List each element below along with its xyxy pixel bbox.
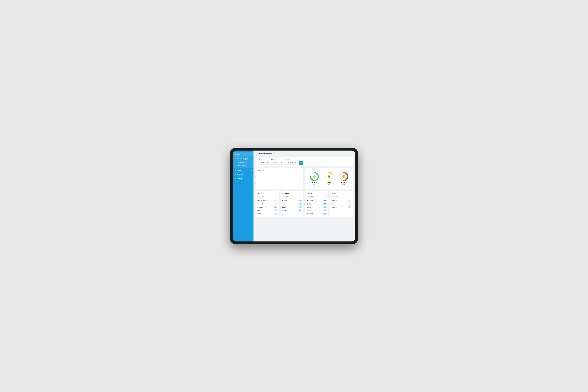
insights-icon: ✦ (235, 154, 236, 155)
chevron-down-icon: ∨ (251, 154, 252, 155)
list-item-badge: 8.5 (323, 213, 326, 214)
sidebar-item-settings[interactable]: ⚙ Settings › (233, 177, 254, 181)
list-item-name: Manager1 (332, 200, 338, 201)
time-period-select-wrapper[interactable]: 1 Month 3 Months 6 Months 1 Year ▼ (258, 161, 269, 165)
donut-icon: 😐 (328, 175, 330, 178)
sidebar-item-insights-label: Insights (237, 154, 242, 155)
list-search-box: 🔍 (258, 195, 277, 198)
sidebar-item-heatmap-insights[interactable]: HeatMap Insights (233, 160, 254, 164)
list-item-badge: 8.5 (274, 210, 277, 211)
list-item-name: Happiness (307, 200, 313, 201)
list-item: Healthy8.5 (307, 209, 326, 212)
list-item-badge: 8.5 (274, 213, 277, 214)
list-item-badge: 8.5 (323, 206, 326, 208)
end-date-select[interactable]: 2026/09/20 (285, 161, 298, 165)
list-item-name: Financial (258, 203, 263, 204)
list-item-name: Tampere (282, 210, 287, 211)
charts-row: Rating: 8.1 10 7.5 5 2.5 0 2021-09-01202… (256, 168, 353, 189)
bar-group: 2021-09-29 (278, 185, 285, 186)
bar-normal (280, 185, 283, 185)
bar-normal (288, 185, 291, 185)
list-item: Cleans8.5 (307, 206, 326, 209)
bar-normal (264, 185, 267, 185)
search-icon: 🔍 (308, 196, 310, 197)
list-item-badge: 6.5 (348, 203, 351, 205)
list-search-input[interactable] (310, 196, 325, 197)
list-item-name: Helsinki (282, 200, 287, 201)
bar-date-label: 2021-09-29 (279, 186, 284, 186)
sidebar-item-survey[interactable]: ✏ Survey › (233, 168, 254, 172)
end-date-select-wrapper[interactable]: 2026/09/20 ▼ (285, 161, 298, 165)
list-item-name: Human Resourses (258, 200, 268, 201)
time-period-group: Time Period 1 Month 3 Months 6 Months 1 … (258, 159, 269, 165)
list-search-box: 🔍 (282, 195, 302, 198)
list-item-name: Marketing (258, 206, 263, 208)
list-item-badge: 8.5 (323, 210, 326, 211)
bar-group: 2021-09-15 (270, 185, 277, 186)
page-title: General Insights (256, 152, 353, 155)
chevron-right-icon-employees: › (251, 174, 252, 175)
list-item-name: Manager3 (332, 206, 338, 208)
start-date-select[interactable]: 2021/09/10 (271, 161, 283, 165)
list-card-title: Users (332, 192, 351, 194)
search-icon: 🔍 (258, 196, 260, 197)
list-item: Manager38.5 (332, 206, 351, 209)
list-item-badge: 8.5 (323, 203, 326, 205)
sidebar-item-employees[interactable]: ▲ Employees › (233, 172, 254, 177)
list-item-badge: 8.5 (298, 200, 302, 202)
list-item-badge: 8.5 (298, 203, 302, 205)
sidebar-item-insights[interactable]: ✦ Insights ∨ (233, 152, 254, 156)
donut-icon: 😠 (342, 175, 345, 178)
list-item-name: Healthy (307, 210, 311, 211)
list-search-input[interactable] (261, 196, 276, 197)
list-item-badge: 8.5 (298, 210, 302, 211)
bar-highlight (272, 185, 275, 185)
list-item-badge: 8.5 (348, 200, 351, 202)
sidebar-item-employees-label: Employees (237, 174, 245, 176)
survey-icon: ✏ (235, 170, 236, 171)
list-item: Sales8.5 (258, 212, 277, 215)
donut-item-positive: 😊 Positive75% (310, 172, 319, 186)
donut-chart-card: 😊 Positive75% 😐 Neutral15% 😠 Negative50% (305, 168, 353, 189)
list-search-input[interactable] (335, 196, 350, 197)
start-date-label: Start Date (271, 159, 283, 160)
list-item-badge: 8.5 (348, 206, 351, 208)
donut-wrapper: 😠 (339, 172, 348, 181)
list-search-input[interactable] (286, 196, 301, 197)
list-item-name: Sales (258, 213, 261, 214)
donut-item-neutral: 😐 Neutral15% (324, 172, 334, 186)
donut-label: Negative (341, 182, 347, 184)
list-item-badge: 8.5 (323, 200, 326, 202)
list-item: Design8.5 (258, 209, 277, 212)
list-card-teams: Teams 🔍 Human Resourses8.5Financial6.5Ma… (256, 191, 279, 217)
bar-date-label: 2021-09-01 (263, 186, 268, 186)
search-button[interactable]: 🔍 (299, 161, 304, 165)
sidebar-item-detailed-insights[interactable]: Detailed Insights (233, 164, 254, 167)
time-period-select[interactable]: 1 Month 3 Months 6 Months 1 Year (258, 161, 269, 165)
list-item: Tampere8.5 (282, 209, 302, 212)
bar-date-label: 2021-10-13 (287, 186, 292, 186)
donut-item-negative: 😠 Negative50% (339, 172, 348, 186)
sidebar-item-general-insights[interactable]: General Insights (233, 157, 254, 160)
employees-icon: ▲ (235, 174, 236, 175)
filter-panel: Time Period 1 Month 3 Months 6 Months 1 … (256, 157, 353, 166)
search-icon: 🔍 (333, 196, 334, 197)
donut-row: 😊 Positive75% 😐 Neutral15% 😠 Negative50% (307, 170, 351, 187)
list-item: Happiness8.5 (307, 199, 326, 202)
end-date-label: End Date (285, 159, 298, 160)
end-date-group: End Date 2026/09/20 ▼ (285, 159, 298, 165)
start-date-select-wrapper[interactable]: 2021/09/10 ▼ (271, 161, 283, 165)
bar-group: 2021-09-01 (262, 185, 269, 186)
bar-normal (296, 185, 299, 185)
list-item-name: Espoo (282, 203, 286, 204)
bar-date-label: 2021-09-15 (271, 186, 276, 186)
list-item: Human Resourses8.5 (258, 199, 277, 202)
donut-label: Positive (312, 182, 317, 184)
list-item: Manager18.5 (332, 199, 351, 202)
list-item-name: Design (258, 210, 262, 211)
list-item-badge: 8.5 (274, 206, 277, 208)
donut-wrapper: 😐 (324, 172, 334, 181)
list-item: Helsinki8.5 (282, 199, 302, 202)
list-item: Manager26.5 (332, 202, 351, 206)
main-content: General Insights Time Period 1 Month 3 M… (254, 150, 355, 242)
